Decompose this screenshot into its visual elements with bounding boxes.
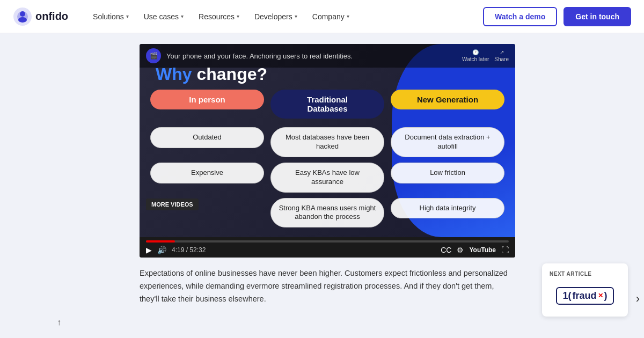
chevron-icon: ▾ bbox=[237, 13, 239, 19]
nav-use-cases[interactable]: Use cases ▾ bbox=[136, 8, 191, 25]
nav-solutions[interactable]: Solutions ▾ bbox=[85, 8, 136, 25]
abandon-pill: Strong KBA means users might abandon the… bbox=[270, 198, 384, 228]
expensive-pill: Expensive bbox=[150, 163, 264, 183]
outdated-pill: Outdated bbox=[150, 127, 264, 148]
nav-resources[interactable]: Resources ▾ bbox=[191, 8, 247, 25]
mute-button[interactable]: 🔊 bbox=[157, 246, 166, 254]
play-button[interactable]: ▶ bbox=[146, 246, 152, 254]
sidebar-right: NEXT ARTICLE 1(fraud✕) › bbox=[537, 33, 644, 338]
chevron-icon: ▾ bbox=[295, 13, 297, 19]
main-content: ↑ 🎬 Your phone and your face. Anchoring … bbox=[0, 33, 644, 338]
chevron-icon: ▾ bbox=[347, 13, 349, 19]
row1-col-traditional: Most databases have been hacked bbox=[270, 127, 384, 157]
next-article-card[interactable]: NEXT ARTICLE 1(fraud✕) bbox=[542, 263, 628, 317]
time-display: 4:19 / 52:32 bbox=[172, 246, 435, 254]
col-newgen: New Generation bbox=[391, 90, 504, 119]
share-button[interactable]: ↗ Share bbox=[494, 49, 509, 62]
comparison-row-1: Outdated Most databases have been hacked… bbox=[150, 127, 504, 157]
comparison-table: In person Traditional Databases New Gene… bbox=[140, 90, 515, 237]
navbar: onfido Solutions ▾ Use cases ▾ Resources… bbox=[0, 0, 644, 33]
controls-row: ▶ 🔊 4:19 / 52:32 CC ⚙ YouTube ⛶ bbox=[146, 246, 509, 254]
low-friction-pill: Low friction bbox=[391, 163, 504, 183]
next-article-arrow[interactable]: › bbox=[636, 292, 640, 306]
nav-company[interactable]: Company ▾ bbox=[305, 8, 357, 25]
comparison-header-row: In person Traditional Databases New Gene… bbox=[150, 90, 504, 119]
nav-actions: Watch a demo Get in touch bbox=[483, 7, 631, 26]
row1-col-newgen: Document data extraction + autofill bbox=[391, 127, 504, 157]
row2-col-traditional: Easy KBAs have low assurance bbox=[270, 163, 384, 193]
high-integrity-pill: High data integrity bbox=[391, 198, 504, 219]
body-text: Expectations of online businesses have n… bbox=[140, 267, 515, 306]
sidebar-left: ↑ bbox=[0, 33, 118, 338]
col-traditional: Traditional Databases bbox=[270, 90, 384, 119]
video-top-bar: 🎬 Your phone and your face. Anchoring us… bbox=[140, 44, 515, 68]
row3-col-newgen: High data integrity bbox=[391, 198, 504, 228]
row2-col-newgen: Low friction bbox=[391, 163, 504, 193]
hacked-pill: Most databases have been hacked bbox=[270, 127, 384, 157]
progress-bar[interactable] bbox=[146, 240, 509, 243]
video-controls: ▶ 🔊 4:19 / 52:32 CC ⚙ YouTube ⛶ bbox=[140, 237, 515, 258]
row3-col-traditional: Strong KBA means users might abandon the… bbox=[270, 198, 384, 228]
chevron-icon: ▾ bbox=[126, 13, 129, 19]
video-title: Your phone and your face. Anchoring user… bbox=[166, 52, 457, 60]
more-videos-badge[interactable]: MORE VIDEOS bbox=[146, 199, 199, 210]
settings-button[interactable]: ⚙ bbox=[457, 246, 464, 254]
scroll-up-button[interactable]: ↑ bbox=[57, 318, 61, 327]
video-container: 🎬 Your phone and your face. Anchoring us… bbox=[140, 44, 515, 258]
kba-low-pill: Easy KBAs have low assurance bbox=[270, 163, 384, 193]
progress-fill bbox=[146, 240, 175, 243]
comparison-row-3: Strong KBA means users might abandon the… bbox=[150, 198, 504, 228]
col-inperson: In person bbox=[150, 90, 264, 119]
cc-button[interactable]: CC bbox=[441, 246, 451, 254]
nav-developers[interactable]: Developers ▾ bbox=[247, 8, 305, 25]
youtube-logo: YouTube bbox=[469, 246, 496, 254]
row2-col-inperson: Expensive bbox=[150, 163, 264, 193]
svg-point-2 bbox=[20, 11, 25, 17]
extraction-pill: Document data extraction + autofill bbox=[391, 127, 504, 157]
next-article-label: NEXT ARTICLE bbox=[550, 271, 620, 277]
comparison-row-2: Expensive Easy KBAs have low assurance L… bbox=[150, 163, 504, 193]
get-in-touch-button[interactable]: Get in touch bbox=[564, 7, 631, 26]
row1-col-inperson: Outdated bbox=[150, 127, 264, 157]
fullscreen-button[interactable]: ⛶ bbox=[501, 246, 509, 254]
chevron-icon: ▾ bbox=[181, 13, 184, 19]
center-content: 🎬 Your phone and your face. Anchoring us… bbox=[118, 33, 537, 338]
onfido-logo-icon bbox=[13, 7, 32, 26]
nav-links: Solutions ▾ Use cases ▾ Resources ▾ Deve… bbox=[85, 8, 483, 25]
logo-text: onfido bbox=[35, 10, 68, 23]
video-channel-icon: 🎬 bbox=[146, 48, 161, 63]
next-article-image: 1(fraud✕) bbox=[550, 282, 620, 309]
controls-right: CC ⚙ YouTube ⛶ bbox=[441, 246, 509, 254]
logo[interactable]: onfido bbox=[13, 7, 68, 26]
video-preview: 🎬 Your phone and your face. Anchoring us… bbox=[140, 44, 515, 237]
inperson-header: In person bbox=[150, 90, 264, 109]
newgen-header: New Generation bbox=[391, 90, 504, 109]
traditional-header: Traditional Databases bbox=[270, 90, 384, 119]
fraud-badge: 1(fraud✕) bbox=[556, 287, 613, 305]
svg-point-3 bbox=[18, 17, 27, 23]
watch-demo-button[interactable]: Watch a demo bbox=[483, 7, 557, 26]
watch-later-button[interactable]: 🕐 Watch later bbox=[462, 49, 489, 62]
